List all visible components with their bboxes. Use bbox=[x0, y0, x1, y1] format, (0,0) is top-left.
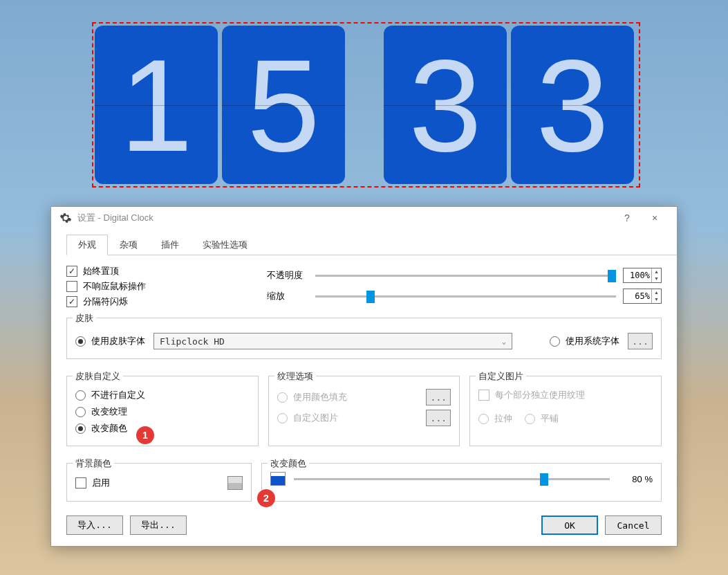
opacity-spinner[interactable]: 100% ▲▼ bbox=[623, 268, 662, 283]
radio-texture-fill: 使用颜色填充 ... bbox=[277, 389, 451, 405]
annotation-badge-1: 1 bbox=[136, 426, 154, 444]
close-button[interactable]: × bbox=[641, 208, 669, 228]
change-color-slider[interactable] bbox=[294, 478, 610, 480]
group-skin-custom: 皮肤自定义 不进行自定义 改变纹理 改变颜色 1 bbox=[66, 376, 259, 446]
zoom-slider[interactable] bbox=[315, 295, 616, 298]
check-always-top-label: 始终置顶 bbox=[83, 265, 119, 277]
radio-texture-image: 自定义图片 ... bbox=[277, 410, 451, 426]
group-skin-legend: 皮肤 bbox=[73, 312, 96, 325]
tab-appearance[interactable]: 外观 bbox=[66, 235, 108, 255]
check-blink-separator-label: 分隔符闪烁 bbox=[83, 295, 128, 308]
export-button[interactable]: 导出... bbox=[130, 515, 187, 535]
cancel-button[interactable]: Cancel bbox=[605, 515, 662, 535]
change-color-value: 80 % bbox=[618, 474, 653, 484]
annotation-badge-2: 2 bbox=[257, 489, 275, 507]
group-bg-legend: 背景颜色 bbox=[73, 457, 114, 470]
group-change-color: 改变颜色 80 % bbox=[261, 463, 662, 502]
radio-tile: 平铺 bbox=[525, 412, 559, 425]
opacity-slider[interactable] bbox=[315, 275, 616, 277]
radio-custom-texture[interactable]: 改变纹理 bbox=[75, 405, 250, 418]
chevron-down-icon: ⌄ bbox=[502, 338, 506, 345]
check-ignore-mouse-label: 不响应鼠标操作 bbox=[83, 280, 146, 293]
skin-combo[interactable]: Flipclock HD ⌄ bbox=[153, 333, 512, 349]
tab-bar: 外观 杂项 插件 实验性选项 bbox=[66, 234, 677, 255]
radio-custom-color[interactable]: 改变颜色 bbox=[75, 422, 250, 435]
tab-content: ✓ 始终置顶 不响应鼠标操作 ✓ 分隔符闪烁 不透明度 bbox=[51, 255, 677, 509]
check-ignore-mouse[interactable]: 不响应鼠标操作 bbox=[66, 280, 246, 293]
settings-dialog: 设置 - Digital Clock ? × 外观 杂项 插件 实验性选项 ✓ … bbox=[50, 206, 678, 547]
titlebar[interactable]: 设置 - Digital Clock ? × bbox=[51, 207, 677, 228]
help-button[interactable]: ? bbox=[613, 208, 641, 228]
bg-color-swatch[interactable] bbox=[227, 476, 243, 490]
button-bar: 导入... 导出... OK Cancel bbox=[51, 509, 677, 546]
group-skin-custom-legend: 皮肤自定义 bbox=[73, 370, 123, 383]
dialog-title: 设置 - Digital Clock bbox=[77, 212, 153, 224]
group-skin: 皮肤 使用皮肤字体 Flipclock HD ⌄ 使用系统字体 ... bbox=[66, 318, 662, 359]
check-bg-enable[interactable]: 启用 bbox=[75, 476, 243, 490]
clock-digit-3: 3 bbox=[384, 26, 507, 184]
group-texture-legend: 纹理选项 bbox=[274, 370, 316, 383]
zoom-label: 缩放 bbox=[267, 290, 308, 302]
gear-icon bbox=[59, 212, 72, 224]
check-blink-separator[interactable]: ✓ 分隔符闪烁 bbox=[66, 295, 246, 308]
group-change-color-legend: 改变颜色 bbox=[268, 457, 309, 470]
flip-clock[interactable]: 1 5 3 3 bbox=[92, 22, 640, 188]
import-button[interactable]: 导入... bbox=[66, 515, 123, 535]
zoom-spinner[interactable]: 65% ▲▼ bbox=[623, 289, 662, 304]
clock-digit-1: 1 bbox=[95, 26, 218, 184]
clock-digit-2: 5 bbox=[222, 26, 345, 184]
texture-fill-button: ... bbox=[426, 389, 451, 405]
radio-use-system-font[interactable]: 使用系统字体 bbox=[550, 335, 619, 347]
clock-digit-4: 3 bbox=[511, 26, 634, 184]
opacity-label: 不透明度 bbox=[267, 269, 308, 282]
radio-custom-none[interactable]: 不进行自定义 bbox=[75, 389, 250, 401]
system-font-button[interactable]: ... bbox=[628, 333, 653, 349]
group-custom-image-legend: 自定义图片 bbox=[476, 370, 526, 383]
tab-plugins[interactable]: 插件 bbox=[149, 235, 191, 255]
radio-stretch: 拉伸 bbox=[478, 412, 512, 425]
radio-use-skin-font[interactable]: 使用皮肤字体 bbox=[75, 335, 145, 347]
group-custom-image: 自定义图片 每个部分独立使用纹理 拉伸 平铺 bbox=[469, 376, 662, 446]
texture-image-button: ... bbox=[426, 410, 451, 426]
tab-misc[interactable]: 杂项 bbox=[108, 235, 149, 255]
check-per-part-texture: 每个部分独立使用纹理 bbox=[478, 389, 653, 401]
group-bg-color: 背景颜色 启用 bbox=[66, 463, 252, 502]
change-color-swatch[interactable] bbox=[270, 472, 286, 486]
tab-experimental[interactable]: 实验性选项 bbox=[191, 235, 259, 255]
check-always-top[interactable]: ✓ 始终置顶 bbox=[66, 265, 246, 277]
group-texture-options: 纹理选项 使用颜色填充 ... 自定义图片 ... bbox=[268, 376, 460, 446]
ok-button[interactable]: OK bbox=[541, 515, 598, 535]
